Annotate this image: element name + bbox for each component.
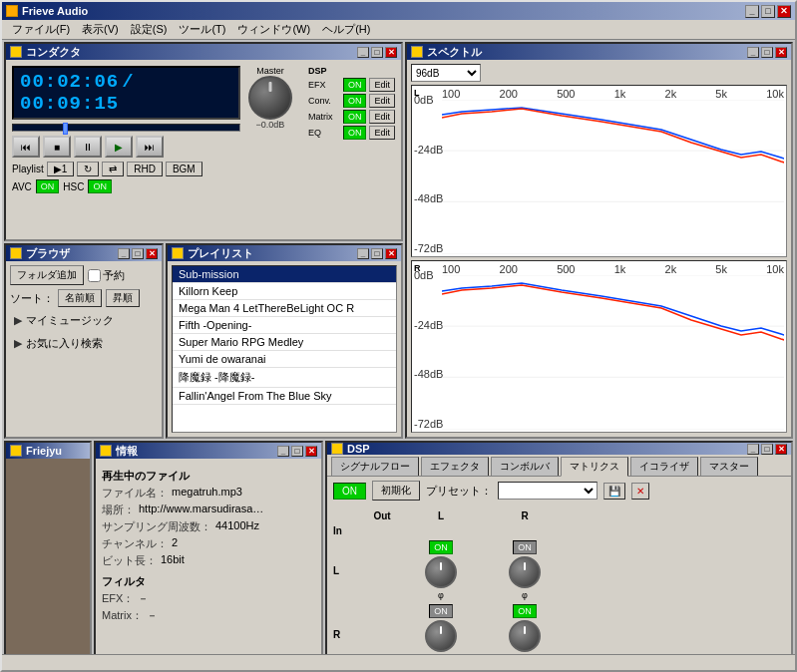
pause-button[interactable]: ⏸	[74, 136, 102, 158]
tab-master[interactable]: マスター	[700, 457, 758, 476]
hsc-on-btn[interactable]: ON	[88, 179, 112, 193]
playlist-item-7[interactable]: Fallin'Angel From The Blue Sky	[173, 388, 396, 405]
dsp-maximize[interactable]: □	[761, 444, 773, 455]
ll-on-btn[interactable]: ON	[429, 540, 453, 554]
preset-delete-btn[interactable]: ✕	[631, 483, 649, 500]
menu-settings[interactable]: 設定(S)	[125, 20, 174, 39]
eq-edit-btn[interactable]: Edit	[369, 126, 395, 140]
dsp-panel: DSP _ □ ✕ シグナルフロー エフェクタ コンボルバ マトリクス イコライ…	[325, 441, 793, 668]
db-select[interactable]: 96dB 72dB 48dB	[411, 64, 481, 82]
menu-tools[interactable]: ツール(T)	[173, 20, 231, 39]
tab-effects[interactable]: エフェクタ	[421, 457, 489, 476]
conv-edit-btn[interactable]: Edit	[369, 94, 395, 108]
playlist-item-2[interactable]: Mega Man 4 LetThereBeLight OC R	[173, 300, 396, 317]
rr-knob[interactable]	[509, 620, 541, 652]
minimize-button[interactable]: _	[745, 5, 759, 18]
maximize-button[interactable]: □	[761, 5, 775, 18]
spectrum-minimize[interactable]: _	[747, 47, 759, 58]
pl-shuffle-btn[interactable]: ⇄	[102, 162, 124, 176]
dsp-on-btn[interactable]: ON	[333, 483, 366, 500]
reserve-checkbox[interactable]	[88, 269, 101, 282]
play-button[interactable]: ▶	[105, 136, 133, 158]
friejyu-panel: Friejyu	[4, 441, 92, 668]
filename-label: ファイル名：	[102, 486, 168, 501]
matrix-on-btn[interactable]: ON	[343, 110, 367, 124]
rl-on-btn[interactable]: ON	[429, 604, 453, 618]
volume-knob[interactable]	[248, 76, 292, 120]
stop-button[interactable]: ■	[43, 136, 71, 158]
matrix-edit-btn[interactable]: Edit	[369, 110, 395, 124]
info-title-bar: 情報 _ □ ✕	[96, 443, 321, 459]
tab-signal-flow[interactable]: シグナルフロー	[331, 457, 419, 476]
browser-maximize[interactable]: □	[132, 248, 144, 259]
menu-help[interactable]: ヘルプ(H)	[316, 20, 376, 39]
spectrum-maximize[interactable]: □	[761, 47, 773, 58]
preset-save-btn[interactable]: 💾	[603, 483, 625, 500]
playlist-close[interactable]: ✕	[385, 248, 397, 259]
menu-window[interactable]: ウィンドウ(W)	[231, 20, 316, 39]
rl-knob[interactable]	[425, 620, 457, 652]
sort-name-btn[interactable]: 名前順	[58, 289, 102, 307]
bgm-btn[interactable]: BGM	[166, 162, 202, 176]
eq-on-btn[interactable]: ON	[343, 126, 367, 140]
sort-asc-btn[interactable]: 昇順	[106, 289, 140, 307]
efx-on-btn[interactable]: ON	[343, 78, 367, 92]
prev-button[interactable]: ⏮	[12, 136, 40, 158]
avc-on-btn[interactable]: ON	[36, 179, 60, 193]
playlist-maximize[interactable]: □	[371, 248, 383, 259]
lr-on-btn[interactable]: ON	[513, 540, 537, 554]
preset-label: プリセット：	[426, 484, 492, 499]
tab-convolber[interactable]: コンボルバ	[491, 457, 559, 476]
browser-minimize[interactable]: _	[118, 248, 130, 259]
ll-knob[interactable]	[425, 556, 457, 588]
info-minimize[interactable]: _	[277, 446, 289, 457]
next-button[interactable]: ⏭	[136, 136, 164, 158]
close-button[interactable]: ✕	[777, 5, 791, 18]
menu-file[interactable]: ファイル(F)	[6, 20, 76, 39]
preset-select[interactable]	[498, 482, 598, 500]
browser-close[interactable]: ✕	[146, 248, 158, 259]
dsp-minimize[interactable]: _	[747, 444, 759, 455]
conv-on-btn[interactable]: ON	[343, 94, 367, 108]
playlist-item-5[interactable]: Yumi de owaranai	[173, 351, 396, 368]
rhd-btn[interactable]: RHD	[127, 162, 163, 176]
conductor-icon	[10, 46, 22, 58]
playlist-panel: プレイリスト _ □ ✕ Sub-mission Killorn Keep Me…	[166, 243, 403, 439]
playlist-item-4[interactable]: Super Mario RPG Medley	[173, 334, 396, 351]
seek-bar[interactable]	[12, 124, 240, 132]
info-maximize[interactable]: □	[291, 446, 303, 457]
playlist-item-1[interactable]: Killorn Keep	[173, 283, 396, 300]
location-label: 場所：	[102, 503, 135, 517]
pl-add-btn[interactable]: ▶1	[47, 162, 75, 176]
menu-view[interactable]: 表示(V)	[76, 20, 125, 39]
fav-search-item[interactable]: ▶ お気に入り検索	[10, 334, 158, 353]
time-separator: /	[122, 71, 133, 93]
lr-phase: φ	[522, 590, 528, 600]
conductor-minimize[interactable]: _	[357, 47, 369, 58]
eq-label: EQ	[308, 128, 340, 138]
pl-repeat-btn[interactable]: ↻	[77, 162, 99, 176]
dsp-reset-btn[interactable]: 初期化	[372, 481, 420, 501]
conductor-panel: コンダクタ _ □ ✕ 00:02:06 /	[4, 42, 403, 241]
tab-matrix[interactable]: マトリクス	[561, 457, 628, 477]
bit-depth-value: 16bit	[161, 553, 185, 568]
spectrum-close[interactable]: ✕	[775, 47, 787, 58]
dsp-close[interactable]: ✕	[775, 444, 787, 455]
playlist-minimize[interactable]: _	[357, 248, 369, 259]
efx-edit-btn[interactable]: Edit	[369, 78, 395, 92]
ll-phase: φ	[438, 590, 444, 600]
my-music-item[interactable]: ▶ マイミュージック	[10, 311, 158, 330]
conductor-close[interactable]: ✕	[385, 47, 397, 58]
spectrum-right-graph: R 0dB -24dB -48dB -72dB 100 200 500	[411, 260, 787, 433]
playlist-item-0[interactable]: Sub-mission	[173, 266, 396, 283]
tab-equalizer[interactable]: イコライザ	[630, 457, 698, 476]
add-folder-btn[interactable]: フォルダ追加	[10, 265, 84, 285]
info-icon	[100, 445, 112, 457]
info-close[interactable]: ✕	[305, 446, 317, 457]
playlist-item-3[interactable]: Fifth -Opening-	[173, 317, 396, 334]
lr-knob[interactable]	[509, 556, 541, 588]
playlist-item-6[interactable]: 降魔録 -降魔録-	[173, 368, 396, 388]
conductor-maximize[interactable]: □	[371, 47, 383, 58]
rr-on-btn[interactable]: ON	[513, 604, 537, 618]
status-bar	[2, 654, 795, 670]
